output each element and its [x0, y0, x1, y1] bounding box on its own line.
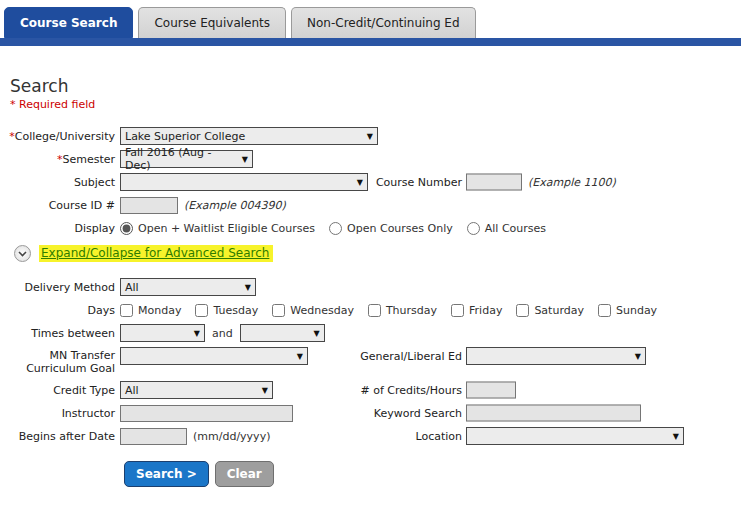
day-checkbox-sunday[interactable]: Sunday — [598, 304, 657, 317]
day-label: Monday — [138, 304, 181, 317]
checkbox-icon[interactable] — [272, 304, 285, 317]
mn-transfer-row: MN Transfer Curriculum Goal ▼ General/Li… — [0, 347, 741, 377]
mn-transfer-label-line2: Curriculum Goal — [26, 362, 115, 375]
dropdown-arrow-icon: ▼ — [194, 329, 200, 338]
day-checkbox-friday[interactable]: Friday — [451, 304, 502, 317]
instructor-input[interactable] — [120, 405, 293, 422]
general-ed-select[interactable]: ▼ — [466, 347, 646, 365]
keyword-search-label: Keyword Search — [340, 407, 462, 420]
college-label-text: College/University — [15, 130, 115, 143]
button-row: Search > Clear — [124, 461, 741, 487]
day-checkbox-monday[interactable]: Monday — [120, 304, 181, 317]
checkbox-icon[interactable] — [451, 304, 464, 317]
course-search-form: *College/University Lake Superior Colleg… — [0, 127, 741, 487]
display-option-open-only[interactable]: Open Courses Only — [329, 222, 453, 235]
checkbox-icon[interactable] — [120, 304, 133, 317]
delivery-method-label: Delivery Method — [0, 281, 120, 294]
college-row: *College/University Lake Superior Colleg… — [0, 127, 741, 145]
credits-hours-label: # of Credits/Hours — [340, 384, 462, 397]
credit-type-row: Credit Type All ▼ # of Credits/Hours — [0, 381, 741, 399]
semester-select[interactable]: Fall 2016 (Aug - Dec) ▼ — [120, 150, 253, 168]
day-checkbox-saturday[interactable]: Saturday — [516, 304, 584, 317]
begins-after-date-input[interactable] — [120, 428, 187, 445]
instructor-row: Instructor Keyword Search — [0, 404, 741, 422]
tab-course-search[interactable]: Course Search — [4, 7, 133, 38]
display-option-label: Open + Waitlist Eligible Courses — [138, 222, 315, 235]
display-option-all-courses[interactable]: All Courses — [467, 222, 546, 235]
general-ed-label: General/Liberal Ed — [340, 350, 462, 363]
day-label: Thursday — [386, 304, 437, 317]
required-field-note: * Required field — [10, 98, 741, 111]
chevron-down-circle-icon[interactable] — [14, 245, 31, 262]
time-to-select[interactable]: ▼ — [240, 324, 325, 342]
college-label: *College/University — [0, 130, 120, 143]
mn-transfer-select[interactable]: ▼ — [120, 347, 308, 365]
course-id-label: Course ID # — [0, 199, 120, 212]
day-checkbox-wednesday[interactable]: Wednesday — [272, 304, 354, 317]
semester-select-value: Fall 2016 (Aug - Dec) — [125, 146, 236, 172]
semester-row: *Semester Fall 2016 (Aug - Dec) ▼ — [0, 150, 741, 168]
course-number-example: (Example 1100) — [528, 176, 616, 189]
begins-after-row: Begins after Date (mm/dd/yyyy) Location … — [0, 427, 741, 445]
date-format-hint: (mm/dd/yyyy) — [193, 430, 270, 443]
tab-course-equivalents[interactable]: Course Equivalents — [138, 7, 286, 38]
radio-button-icon[interactable] — [120, 222, 133, 235]
days-label: Days — [0, 304, 120, 317]
checkbox-icon[interactable] — [598, 304, 611, 317]
semester-label-text: Semester — [62, 153, 115, 166]
subject-select[interactable]: ▼ — [120, 173, 368, 191]
days-row: Days Monday Tuesday Wednesday Thursday F… — [0, 301, 741, 319]
keyword-search-input[interactable] — [466, 405, 641, 422]
subject-label: Subject — [0, 176, 120, 189]
dropdown-arrow-icon: ▼ — [297, 352, 303, 361]
checkbox-icon[interactable] — [516, 304, 529, 317]
checkbox-icon[interactable] — [195, 304, 208, 317]
search-button[interactable]: Search > — [124, 461, 209, 487]
college-select[interactable]: Lake Superior College ▼ — [120, 127, 378, 145]
credits-hours-input[interactable] — [466, 382, 516, 399]
display-option-label: All Courses — [485, 222, 546, 235]
clear-button[interactable]: Clear — [215, 461, 274, 487]
course-id-row: Course ID # (Example 004390) — [0, 196, 741, 214]
course-number-input[interactable] — [466, 174, 522, 191]
times-between-and-text: and — [212, 327, 233, 340]
day-label: Saturday — [534, 304, 584, 317]
course-number-label: Course Number — [340, 176, 462, 189]
checkbox-icon[interactable] — [368, 304, 381, 317]
course-id-example: (Example 004390) — [184, 199, 286, 212]
delivery-method-row: Delivery Method All ▼ — [0, 278, 741, 296]
day-label: Friday — [469, 304, 502, 317]
delivery-method-select-value: All — [125, 281, 139, 294]
tab-underline-bar — [0, 38, 741, 46]
radio-button-icon[interactable] — [329, 222, 342, 235]
times-between-row: Times between ▼ and ▼ — [0, 324, 741, 342]
dropdown-arrow-icon: ▼ — [245, 283, 251, 292]
advanced-search-toggle-link[interactable]: Expand/Collapse for Advanced Search — [39, 245, 273, 262]
radio-button-icon[interactable] — [467, 222, 480, 235]
mn-transfer-label-line1: MN Transfer — [50, 349, 115, 362]
credit-type-select-value: All — [125, 384, 139, 397]
day-checkbox-tuesday[interactable]: Tuesday — [195, 304, 258, 317]
location-label: Location — [340, 430, 462, 443]
display-row: Display Open + Waitlist Eligible Courses… — [0, 219, 741, 237]
location-select[interactable]: ▼ — [466, 427, 684, 445]
display-option-open-waitlist[interactable]: Open + Waitlist Eligible Courses — [120, 222, 315, 235]
begins-after-date-label: Begins after Date — [0, 430, 120, 443]
time-from-select[interactable]: ▼ — [120, 324, 205, 342]
day-checkbox-thursday[interactable]: Thursday — [368, 304, 437, 317]
instructor-label: Instructor — [0, 407, 120, 420]
dropdown-arrow-icon: ▼ — [314, 329, 320, 338]
dropdown-arrow-icon: ▼ — [673, 432, 679, 441]
page-title: Search — [10, 76, 741, 96]
course-id-input[interactable] — [120, 197, 178, 214]
advanced-toggle-row: Expand/Collapse for Advanced Search — [0, 245, 741, 262]
times-between-label: Times between — [0, 327, 120, 340]
semester-label: *Semester — [0, 153, 120, 166]
day-label: Wednesday — [290, 304, 354, 317]
credit-type-select[interactable]: All ▼ — [120, 381, 273, 399]
subject-row: Subject ▼ Course Number (Example 1100) — [0, 173, 741, 191]
tab-non-credit-continuing-ed[interactable]: Non-Credit/Continuing Ed — [291, 7, 476, 38]
dropdown-arrow-icon: ▼ — [242, 155, 248, 164]
tab-bar: Course Search Course Equivalents Non-Cre… — [0, 0, 741, 38]
delivery-method-select[interactable]: All ▼ — [120, 278, 256, 296]
